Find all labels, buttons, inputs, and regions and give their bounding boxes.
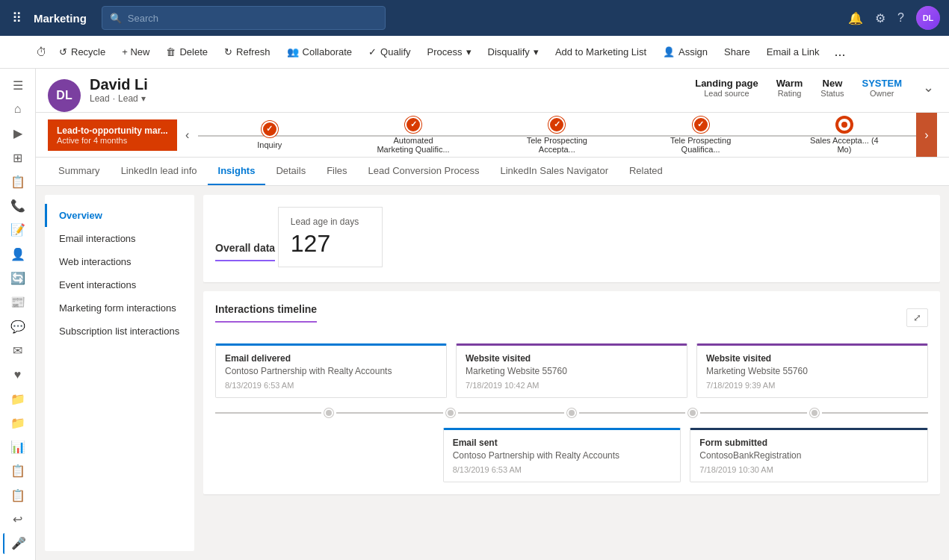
search-box[interactable]: 🔍 [102,6,386,30]
landing-page-label: Lead source [695,89,758,98]
process-step-1: ✓ Inquiry [198,121,341,149]
status-label: Status [820,89,844,98]
process-next-button[interactable]: › [916,113,937,157]
nav-overview[interactable]: Overview [45,204,194,227]
nav-subscription-interactions[interactable]: Subscription list interactions [45,320,194,343]
delete-icon: 🗑 [166,46,176,57]
sidebar-home-icon[interactable]: ⌂ [3,99,33,119]
qualify-button[interactable]: ✓ Qualify [361,42,418,62]
sidebar-chat-icon[interactable]: 💬 [3,316,33,337]
rating-value: Warm [776,78,803,89]
event-desc-2: Marketing Website 55760 [466,365,678,378]
sidebar-list2-icon[interactable]: 📋 [3,485,33,505]
notifications-icon[interactable]: 🔔 [848,11,863,25]
sidebar-notes-icon[interactable]: 📝 [3,220,33,240]
sidebar-dashboards-icon[interactable]: ⊞ [3,147,33,168]
event-type-5: Form submitted [699,438,918,448]
app-name: Marketing [34,12,87,25]
sidebar-sync-icon[interactable]: 🔄 [3,267,33,288]
sidebar-contacts-icon[interactable]: 👤 [3,243,33,264]
sidebar-mic-icon[interactable]: 🎤 [3,533,33,554]
sidebar-news-icon[interactable]: 📰 [3,292,33,313]
sidebar-list1-icon[interactable]: 📋 [3,461,33,482]
sidebar-menu-icon[interactable]: ☰ [3,75,33,96]
sidebar-activities-icon[interactable]: 📋 [3,171,33,192]
timeline-dot-5 [810,408,819,417]
timeline-expand-button[interactable]: ⤢ [906,308,928,327]
sidebar-favorites-icon[interactable]: ♥ [3,364,33,385]
tab-details[interactable]: Details [265,158,316,185]
search-input[interactable] [128,13,377,24]
settings-icon[interactable]: ⚙ [875,11,885,25]
user-avatar[interactable]: DL [916,6,940,30]
add-to-list-button[interactable]: Add to Marketing List [548,42,654,62]
landing-page-meta: Landing page Lead source [695,78,758,98]
new-button[interactable]: + New [114,42,157,62]
sidebar-recent-icon[interactable]: ▶ [3,123,33,144]
event-type-1: Email delivered [225,353,437,364]
process-stage[interactable]: Lead-to-opportunity mar... Active for 4 … [48,119,177,151]
sidebar-email-icon[interactable]: ✉ [3,340,33,361]
history-icon[interactable]: ⏱ [36,46,47,58]
nav-event-interactions[interactable]: Event interactions [45,273,194,296]
collaborate-button[interactable]: 👥 Collaborate [279,42,360,62]
assign-button[interactable]: 👤 Assign [655,42,715,62]
recycle-button[interactable]: ↺ Recycle [52,42,113,62]
tab-related[interactable]: Related [619,158,673,185]
disqualify-button[interactable]: Disqualify ▾ [480,42,546,62]
tab-summary[interactable]: Summary [48,158,111,185]
tab-insights[interactable]: Insights [208,158,266,185]
sidebar-phone-icon[interactable]: 📞 [3,195,33,216]
top-navigation: ⠿ Marketing 🔍 🔔 ⚙ ? DL [0,0,949,36]
tab-lead-conversion[interactable]: Lead Conversion Process [358,158,490,185]
email-link-button[interactable]: Email a Link [759,42,827,62]
disqualify-dropdown-icon: ▾ [534,46,539,57]
event-desc-4: Contoso Partnership with Realty Accounts [453,449,672,462]
record-meta: Landing page Lead source Warm Rating New… [695,76,937,105]
delete-button[interactable]: 🗑 Delete [158,42,215,62]
timeline-line-left [215,412,321,414]
timeline-card: Interactions timeline ⤢ Email delivered … [203,291,940,494]
nav-web-interactions[interactable]: Web interactions [45,250,194,273]
record-avatar-initials: DL [56,89,72,102]
record-header: DL David Li Lead · Lead ▾ Landing page L… [36,69,949,113]
metric-box: Lead age in days 127 [278,207,383,267]
landing-page-value: Landing page [695,78,758,89]
left-nav-panel: Overview Email interactions Web interact… [45,195,194,551]
event-date-2: 7/18/2019 10:42 AM [466,381,678,390]
sidebar-back-icon[interactable]: ↩ [3,508,33,529]
timeline-line-4 [579,412,685,414]
more-button[interactable]: ... [829,40,852,64]
nav-email-interactions[interactable]: Email interactions [45,227,194,250]
record-type-dropdown-icon[interactable]: ▾ [141,93,146,104]
sidebar-folder2-icon[interactable]: 📁 [3,412,33,433]
owner-meta: SYSTEM Owner [862,78,902,98]
collaborate-icon: 👥 [287,46,299,57]
refresh-button[interactable]: ↻ Refresh [217,42,278,62]
sidebar-reports-icon[interactable]: 📊 [3,436,33,457]
timeline-dot-1 [324,408,333,417]
timeline-event-form-submitted: Form submitted ContosoBankRegistration 7… [690,428,928,482]
event-type-2: Website visited [466,353,678,364]
right-content: Overall data Lead age in days 127 Intera… [203,195,940,551]
process-step-3: ✓ Tele Prospecting Accepta... [485,116,628,154]
process-steps: ✓ Inquiry ✓ Automated Marketing Qualific… [198,111,916,160]
collapse-button[interactable]: ⌄ [920,76,937,99]
overall-data-card: Overall data Lead age in days 127 [203,195,940,282]
stage-sub: Active for 4 months [57,136,168,145]
help-icon[interactable]: ? [897,11,904,25]
tab-linkedin-lead[interactable]: LinkedIn lead info [111,158,208,185]
process-step-5: Sales Accepta... (4 Mo) [773,116,916,154]
nav-form-interactions[interactable]: Marketing form interactions [45,296,194,320]
share-button[interactable]: Share [717,42,758,62]
sidebar-folder1-icon[interactable]: 📁 [3,388,33,409]
timeline-line-2 [336,412,442,414]
record-name: David Li [90,76,686,93]
tab-files[interactable]: Files [316,158,357,185]
process-prev-button[interactable]: ‹ [177,113,198,157]
tab-linkedin-nav[interactable]: LinkedIn Sales Navigator [489,158,619,185]
step-circle-5 [836,116,853,133]
waffle-menu-icon[interactable]: ⠿ [9,7,25,29]
process-button[interactable]: Process ▾ [420,42,479,62]
timeline-title: Interactions timeline [215,303,317,323]
